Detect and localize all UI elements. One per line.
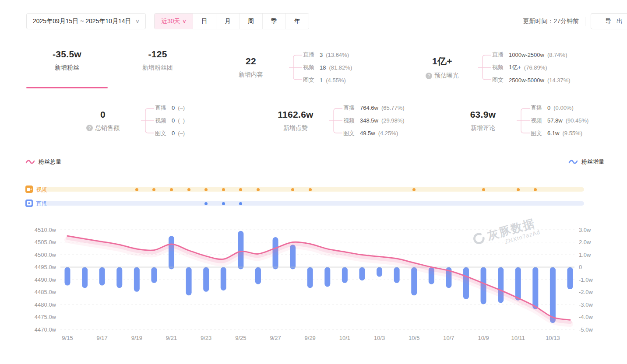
right-axis-tick: -2.0w [579,289,593,295]
video-activity-band: 视频 [0,186,627,193]
fans-delta-bar[interactable] [82,267,88,288]
video-dot[interactable] [412,188,416,191]
fans-delta-bar[interactable] [99,267,105,286]
video-dot[interactable] [291,188,294,191]
x-axis-tick: 10/5 [409,335,419,341]
stat-label: 新增粉丝 [53,64,81,72]
tab-week[interactable]: 周 [239,14,262,29]
video-dot[interactable] [239,188,242,191]
left-axis-tick: 4470.0w [35,326,56,333]
stat-value: 1162.6w [263,109,328,120]
fans-delta-bar[interactable] [307,267,313,288]
fans-delta-bar[interactable] [238,231,243,270]
live-dot[interactable] [204,202,208,205]
breakdown-row: 视频 1亿+ (76.89%) [492,61,571,74]
breakdown-row: 图文 49.5w (4.25%) [343,127,405,140]
fans-delta-bar[interactable] [203,267,209,292]
breakdown-row: 直播 0 (0.00%) [531,102,588,114]
stat-value: 63.9w [450,109,516,120]
left-axis-tick: 4505.0w [35,239,56,245]
video-dot[interactable] [222,188,225,191]
fans-delta-bar[interactable] [255,267,261,284]
left-axis-tick: 4480.0w [35,301,56,308]
tab-year[interactable]: 年 [285,14,309,29]
video-dot[interactable] [135,188,138,191]
fans-delta-bar[interactable] [151,267,157,283]
fans-delta-bar[interactable] [567,267,573,290]
fans-trend-chart[interactable]: 4510.0w3.0w4505.0w2.0w4500.0w1.0w4495.0w… [0,221,627,352]
video-dot[interactable] [534,188,537,191]
left-axis-tick: 4510.0w [35,227,56,233]
video-dot[interactable] [204,188,208,191]
tab-quarter[interactable]: 季 [262,14,285,29]
live-dot[interactable] [239,202,242,205]
stat-card-new-fan-club[interactable]: -125 新增粉丝团 [116,49,199,72]
fans-delta-bar[interactable] [116,267,122,288]
breakdown-row: 直播 764.6w (65.77%) [343,102,405,114]
breakdown-connector [141,106,154,135]
video-dot[interactable] [187,188,190,191]
video-dot[interactable] [482,188,485,191]
fans-delta-bar[interactable] [411,267,417,296]
fans-delta-bar[interactable] [532,267,538,309]
fans-delta-bar[interactable] [169,236,174,269]
breakdown-row: 直播 1000w-2500w (8.74%) [492,49,571,61]
tab-day[interactable]: 日 [193,14,216,29]
video-dot[interactable] [257,188,260,191]
x-axis-tick: 9/15 [62,335,73,341]
fans-delta-bar[interactable] [515,267,521,301]
breakdown-list: 直播 3 (13.64%) 视频 18 (81.82%) 图文 1 (4.55%… [303,49,352,87]
right-axis-tick: 3.0w [579,227,591,233]
fans-delta-bar[interactable] [134,267,140,292]
video-dot[interactable] [309,188,312,191]
breakdown-row: 图文 0 (–) [155,127,185,140]
stat-card-estimated-exposure[interactable]: 1亿+ ? 预估曝光 直播 1000w-2500w (8.74%) 视频 1亿+… [407,48,571,87]
tab-month[interactable]: 月 [216,14,239,29]
fans-delta-bar[interactable] [394,267,400,283]
legend-fans-delta[interactable]: 粉丝增量 [568,157,604,167]
stat-card-new-fans[interactable]: -35.5w 新增粉丝 [26,49,108,72]
quick-range-button[interactable]: 近30天 ∨ [155,14,193,29]
fans-delta-bar[interactable] [359,267,365,281]
live-dot[interactable] [222,202,225,205]
left-axis-tick: 4490.0w [35,276,56,283]
right-axis-tick: 1.0w [579,252,591,258]
right-axis-tick: 0 [579,264,582,270]
fans-delta-bar[interactable] [377,267,382,277]
live-band-track [46,201,584,206]
help-icon[interactable]: ? [86,125,93,131]
fans-delta-bar[interactable] [550,267,556,323]
legend-fans-total[interactable]: 粉丝总量 [25,157,61,167]
legend-label: 粉丝总量 [39,158,61,166]
left-axis-tick: 4495.0w [35,264,56,270]
video-dot[interactable] [152,188,155,191]
video-dot[interactable] [517,188,520,191]
x-axis-tick: 10/13 [546,335,560,341]
fans-delta-bar[interactable] [342,267,348,283]
breakdown-connector [329,106,342,135]
video-dot[interactable] [170,188,173,191]
fans-delta-bar[interactable] [65,267,70,286]
export-button[interactable]: 导出 [591,13,627,29]
stat-value: -35.5w [53,49,81,60]
stat-card-new-likes[interactable]: 1162.6w 新增点赞 直播 764.6w (65.77%) 视频 348.5… [263,102,405,140]
stat-card-new-content[interactable]: 22 新增内容 直播 3 (13.64%) 视频 18 (81.82%) 图文 … [214,48,352,87]
fans-delta-bar[interactable] [221,267,226,290]
stat-card-new-comments[interactable]: 63.9w 新增评论 直播 0 (0.00%) 视频 57.8w (90.45%… [450,102,588,140]
stat-label: 新增评论 [450,124,516,132]
x-axis-tick: 9/27 [270,335,281,341]
stat-value: 0 [66,109,140,120]
left-axis-tick: 4500.0w [35,252,56,258]
stat-card-total-sales[interactable]: 0 ? 总销售额 直播 0 (–) 视频 0 (–) 图文 0 (–) [66,102,185,140]
fans-delta-bar[interactable] [324,267,330,287]
active-card-underline [26,87,108,88]
date-range-picker[interactable]: 2025年09月15日 ~ 2025年10月14日 ∨ [26,13,146,29]
x-axis-tick: 9/19 [131,335,142,341]
help-icon[interactable]: ? [426,73,432,79]
breakdown-row: 图文 2500w-5000w (14.37%) [492,74,571,87]
update-time-text: 更新时间：27分钟前 [453,13,579,29]
x-axis-tick: 10/9 [478,335,489,341]
left-axis-tick: 4475.0w [35,314,56,320]
x-axis-tick: 9/25 [235,335,246,341]
fans-delta-bar[interactable] [186,267,192,296]
